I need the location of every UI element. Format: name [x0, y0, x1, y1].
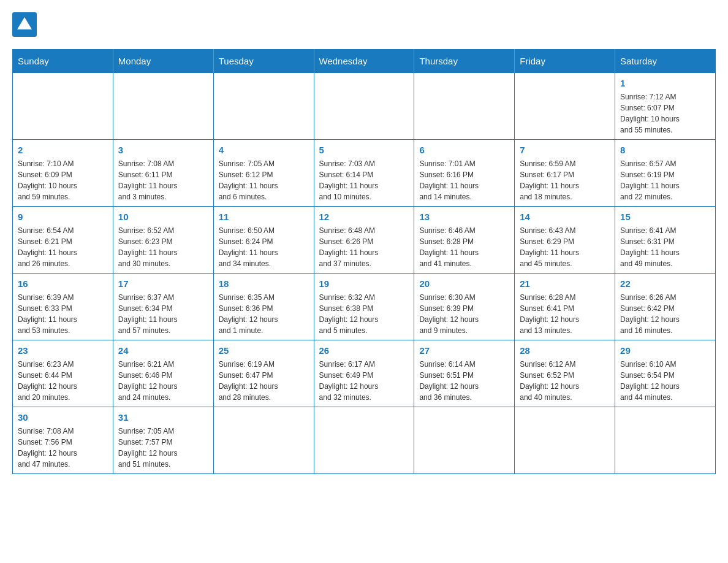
calendar-cell: 31Sunrise: 7:05 AM Sunset: 7:57 PM Dayli…	[113, 407, 213, 474]
day-number: 3	[118, 144, 208, 156]
calendar-cell: 17Sunrise: 6:37 AM Sunset: 6:34 PM Dayli…	[113, 274, 213, 340]
calendar-cell: 5Sunrise: 7:03 AM Sunset: 6:14 PM Daylig…	[314, 140, 414, 207]
day-info: Sunrise: 6:52 AM Sunset: 6:23 PM Dayligh…	[118, 225, 208, 269]
day-number: 14	[520, 210, 610, 223]
calendar-cell	[213, 73, 314, 140]
calendar-cell: 30Sunrise: 7:08 AM Sunset: 7:56 PM Dayli…	[13, 407, 113, 474]
day-info: Sunrise: 6:35 AM Sunset: 6:36 PM Dayligh…	[219, 292, 309, 336]
calendar-cell: 10Sunrise: 6:52 AM Sunset: 6:23 PM Dayli…	[113, 207, 213, 274]
day-number: 17	[118, 277, 208, 290]
logo-icon	[12, 12, 37, 37]
calendar-cell: 25Sunrise: 6:19 AM Sunset: 6:47 PM Dayli…	[213, 340, 314, 407]
day-info: Sunrise: 6:26 AM Sunset: 6:42 PM Dayligh…	[620, 292, 710, 336]
calendar-cell: 9Sunrise: 6:54 AM Sunset: 6:21 PM Daylig…	[13, 207, 113, 274]
day-info: Sunrise: 6:57 AM Sunset: 6:19 PM Dayligh…	[620, 158, 710, 202]
day-info: Sunrise: 7:05 AM Sunset: 7:57 PM Dayligh…	[118, 426, 208, 470]
day-number: 29	[620, 344, 710, 357]
day-number: 2	[18, 144, 108, 156]
calendar-cell: 14Sunrise: 6:43 AM Sunset: 6:29 PM Dayli…	[515, 207, 615, 274]
day-number: 20	[419, 277, 509, 290]
day-info: Sunrise: 7:08 AM Sunset: 7:56 PM Dayligh…	[18, 426, 108, 470]
calendar-cell: 6Sunrise: 7:01 AM Sunset: 6:16 PM Daylig…	[414, 140, 515, 207]
weekday-header-friday: Friday	[515, 50, 615, 73]
day-number: 4	[219, 144, 309, 156]
calendar-cell	[414, 407, 515, 474]
calendar-cell: 27Sunrise: 6:14 AM Sunset: 6:51 PM Dayli…	[414, 340, 515, 407]
calendar-cell	[414, 73, 515, 140]
day-number: 15	[620, 210, 710, 223]
calendar-cell: 22Sunrise: 6:26 AM Sunset: 6:42 PM Dayli…	[615, 274, 716, 340]
day-info: Sunrise: 6:59 AM Sunset: 6:17 PM Dayligh…	[520, 158, 610, 202]
day-info: Sunrise: 6:32 AM Sunset: 6:38 PM Dayligh…	[319, 292, 409, 336]
calendar-cell: 24Sunrise: 6:21 AM Sunset: 6:46 PM Dayli…	[113, 340, 213, 407]
day-info: Sunrise: 6:19 AM Sunset: 6:47 PM Dayligh…	[219, 359, 309, 403]
calendar-cell: 20Sunrise: 6:30 AM Sunset: 6:39 PM Dayli…	[414, 274, 515, 340]
day-info: Sunrise: 6:54 AM Sunset: 6:21 PM Dayligh…	[18, 225, 108, 269]
calendar-cell: 4Sunrise: 7:05 AM Sunset: 6:12 PM Daylig…	[213, 140, 314, 207]
day-info: Sunrise: 6:17 AM Sunset: 6:49 PM Dayligh…	[319, 359, 409, 403]
day-info: Sunrise: 6:46 AM Sunset: 6:28 PM Dayligh…	[419, 225, 509, 269]
day-number: 18	[219, 277, 309, 290]
day-number: 28	[520, 344, 610, 357]
day-info: Sunrise: 7:10 AM Sunset: 6:09 PM Dayligh…	[18, 158, 108, 202]
day-info: Sunrise: 7:08 AM Sunset: 6:11 PM Dayligh…	[118, 158, 208, 202]
day-info: Sunrise: 6:12 AM Sunset: 6:52 PM Dayligh…	[520, 359, 610, 403]
day-number: 27	[419, 344, 509, 357]
weekday-header-tuesday: Tuesday	[213, 50, 314, 73]
calendar-cell	[314, 73, 414, 140]
day-info: Sunrise: 6:37 AM Sunset: 6:34 PM Dayligh…	[118, 292, 208, 336]
calendar-cell: 13Sunrise: 6:46 AM Sunset: 6:28 PM Dayli…	[414, 207, 515, 274]
day-number: 9	[18, 210, 108, 223]
calendar-cell: 11Sunrise: 6:50 AM Sunset: 6:24 PM Dayli…	[213, 207, 314, 274]
logo	[12, 12, 40, 37]
calendar-cell	[113, 73, 213, 140]
calendar-week-row: 23Sunrise: 6:23 AM Sunset: 6:44 PM Dayli…	[13, 340, 716, 407]
calendar-cell	[314, 407, 414, 474]
calendar-cell: 8Sunrise: 6:57 AM Sunset: 6:19 PM Daylig…	[615, 140, 716, 207]
day-number: 12	[319, 210, 409, 223]
calendar-cell	[515, 407, 615, 474]
day-number: 16	[18, 277, 108, 290]
calendar-week-row: 1Sunrise: 7:12 AM Sunset: 6:07 PM Daylig…	[13, 73, 716, 140]
weekday-header-wednesday: Wednesday	[314, 50, 414, 73]
day-number: 11	[219, 210, 309, 223]
calendar-cell: 15Sunrise: 6:41 AM Sunset: 6:31 PM Dayli…	[615, 207, 716, 274]
day-info: Sunrise: 6:23 AM Sunset: 6:44 PM Dayligh…	[18, 359, 108, 403]
calendar-cell	[515, 73, 615, 140]
weekday-header-monday: Monday	[113, 50, 213, 73]
day-number: 1	[620, 77, 710, 90]
weekday-header-sunday: Sunday	[13, 50, 113, 73]
calendar-cell: 12Sunrise: 6:48 AM Sunset: 6:26 PM Dayli…	[314, 207, 414, 274]
calendar-cell: 28Sunrise: 6:12 AM Sunset: 6:52 PM Dayli…	[515, 340, 615, 407]
day-info: Sunrise: 6:43 AM Sunset: 6:29 PM Dayligh…	[520, 225, 610, 269]
day-info: Sunrise: 6:10 AM Sunset: 6:54 PM Dayligh…	[620, 359, 710, 403]
day-number: 13	[419, 210, 509, 223]
calendar-week-row: 2Sunrise: 7:10 AM Sunset: 6:09 PM Daylig…	[13, 140, 716, 207]
day-info: Sunrise: 6:50 AM Sunset: 6:24 PM Dayligh…	[219, 225, 309, 269]
day-info: Sunrise: 6:21 AM Sunset: 6:46 PM Dayligh…	[118, 359, 208, 403]
day-info: Sunrise: 6:14 AM Sunset: 6:51 PM Dayligh…	[419, 359, 509, 403]
day-number: 24	[118, 344, 208, 357]
day-info: Sunrise: 6:28 AM Sunset: 6:41 PM Dayligh…	[520, 292, 610, 336]
day-info: Sunrise: 6:39 AM Sunset: 6:33 PM Dayligh…	[18, 292, 108, 336]
calendar-cell	[615, 407, 716, 474]
calendar-cell: 1Sunrise: 7:12 AM Sunset: 6:07 PM Daylig…	[615, 73, 716, 140]
day-number: 10	[118, 210, 208, 223]
calendar-week-row: 16Sunrise: 6:39 AM Sunset: 6:33 PM Dayli…	[13, 274, 716, 340]
calendar-cell: 16Sunrise: 6:39 AM Sunset: 6:33 PM Dayli…	[13, 274, 113, 340]
calendar-cell: 7Sunrise: 6:59 AM Sunset: 6:17 PM Daylig…	[515, 140, 615, 207]
day-info: Sunrise: 7:03 AM Sunset: 6:14 PM Dayligh…	[319, 158, 409, 202]
day-info: Sunrise: 7:05 AM Sunset: 6:12 PM Dayligh…	[219, 158, 309, 202]
day-number: 5	[319, 144, 409, 156]
day-info: Sunrise: 6:30 AM Sunset: 6:39 PM Dayligh…	[419, 292, 509, 336]
day-number: 26	[319, 344, 409, 357]
calendar-cell: 29Sunrise: 6:10 AM Sunset: 6:54 PM Dayli…	[615, 340, 716, 407]
weekday-header-row: SundayMondayTuesdayWednesdayThursdayFrid…	[13, 50, 716, 73]
calendar-cell: 21Sunrise: 6:28 AM Sunset: 6:41 PM Dayli…	[515, 274, 615, 340]
day-number: 6	[419, 144, 509, 156]
calendar-cell: 2Sunrise: 7:10 AM Sunset: 6:09 PM Daylig…	[13, 140, 113, 207]
day-info: Sunrise: 6:48 AM Sunset: 6:26 PM Dayligh…	[319, 225, 409, 269]
day-number: 7	[520, 144, 610, 156]
calendar-week-row: 30Sunrise: 7:08 AM Sunset: 7:56 PM Dayli…	[13, 407, 716, 474]
day-number: 19	[319, 277, 409, 290]
